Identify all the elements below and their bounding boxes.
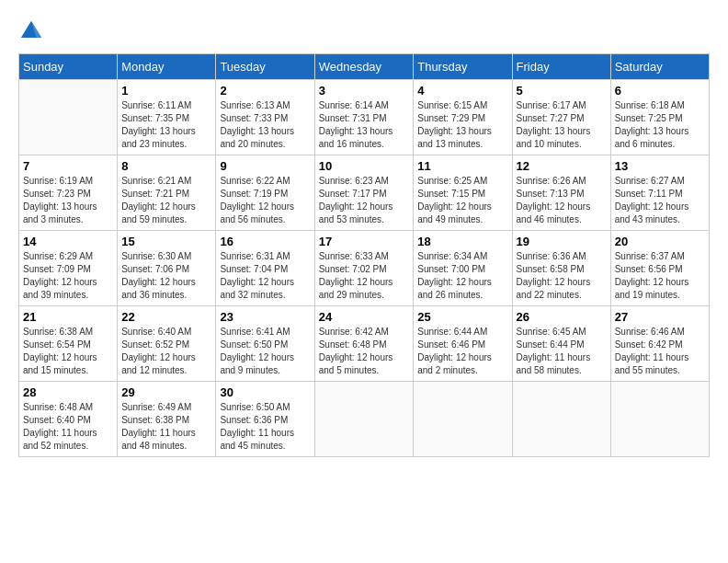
calendar-cell: 11Sunrise: 6:25 AM Sunset: 7:15 PM Dayli… (414, 155, 512, 231)
day-number: 7 (23, 159, 113, 173)
day-number: 10 (319, 159, 410, 173)
calendar-cell (414, 382, 512, 457)
cell-content: Sunrise: 6:15 AM Sunset: 7:29 PM Dayligh… (417, 99, 507, 151)
calendar-table: SundayMondayTuesdayWednesdayThursdayFrid… (18, 53, 710, 457)
cell-content: Sunrise: 6:45 AM Sunset: 6:44 PM Dayligh… (517, 326, 607, 377)
day-number: 12 (517, 159, 607, 173)
cell-content: Sunrise: 6:36 AM Sunset: 6:58 PM Dayligh… (517, 250, 607, 302)
calendar-cell: 15Sunrise: 6:30 AM Sunset: 7:06 PM Dayli… (118, 231, 216, 306)
cell-content: Sunrise: 6:50 AM Sunset: 6:36 PM Dayligh… (220, 401, 310, 453)
calendar-cell (610, 382, 709, 457)
cell-content: Sunrise: 6:31 AM Sunset: 7:04 PM Dayligh… (220, 250, 310, 302)
day-number: 11 (417, 159, 507, 173)
day-number: 6 (615, 84, 705, 98)
day-number: 8 (121, 159, 211, 173)
cell-content: Sunrise: 6:14 AM Sunset: 7:31 PM Dayligh… (319, 99, 410, 151)
day-number: 17 (319, 235, 410, 248)
calendar-cell (512, 382, 610, 457)
calendar-cell: 22Sunrise: 6:40 AM Sunset: 6:52 PM Dayli… (118, 306, 216, 382)
day-number: 15 (121, 235, 211, 248)
cell-content: Sunrise: 6:23 AM Sunset: 7:17 PM Dayligh… (319, 175, 410, 226)
calendar-cell (19, 80, 118, 155)
cell-content: Sunrise: 6:18 AM Sunset: 7:25 PM Dayligh… (615, 99, 705, 151)
cell-content: Sunrise: 6:21 AM Sunset: 7:21 PM Dayligh… (121, 175, 211, 226)
day-number: 21 (23, 310, 113, 324)
day-number: 23 (220, 310, 310, 324)
calendar-cell: 19Sunrise: 6:36 AM Sunset: 6:58 PM Dayli… (512, 231, 610, 306)
calendar-week-3: 14Sunrise: 6:29 AM Sunset: 7:09 PM Dayli… (19, 231, 710, 306)
cell-content: Sunrise: 6:30 AM Sunset: 7:06 PM Dayligh… (121, 250, 211, 302)
day-number: 5 (517, 84, 607, 98)
day-header-wednesday: Wednesday (314, 54, 414, 80)
calendar-cell: 30Sunrise: 6:50 AM Sunset: 6:36 PM Dayli… (216, 382, 314, 457)
cell-content: Sunrise: 6:11 AM Sunset: 7:35 PM Dayligh… (121, 99, 211, 151)
page-header (18, 18, 710, 44)
calendar-cell: 13Sunrise: 6:27 AM Sunset: 7:11 PM Dayli… (610, 155, 709, 231)
cell-content: Sunrise: 6:34 AM Sunset: 7:00 PM Dayligh… (417, 250, 507, 302)
cell-content: Sunrise: 6:46 AM Sunset: 6:42 PM Dayligh… (615, 326, 705, 377)
calendar-week-4: 21Sunrise: 6:38 AM Sunset: 6:54 PM Dayli… (19, 306, 710, 382)
day-header-saturday: Saturday (610, 54, 709, 80)
calendar-cell: 28Sunrise: 6:48 AM Sunset: 6:40 PM Dayli… (19, 382, 118, 457)
day-number: 20 (615, 235, 705, 248)
day-header-thursday: Thursday (414, 54, 512, 80)
cell-content: Sunrise: 6:37 AM Sunset: 6:56 PM Dayligh… (615, 250, 705, 302)
calendar-cell: 8Sunrise: 6:21 AM Sunset: 7:21 PM Daylig… (118, 155, 216, 231)
day-number: 29 (121, 385, 211, 399)
calendar-cell: 7Sunrise: 6:19 AM Sunset: 7:23 PM Daylig… (19, 155, 118, 231)
calendar-cell: 10Sunrise: 6:23 AM Sunset: 7:17 PM Dayli… (314, 155, 414, 231)
logo-icon (18, 18, 44, 44)
calendar-cell: 18Sunrise: 6:34 AM Sunset: 7:00 PM Dayli… (414, 231, 512, 306)
day-number: 27 (615, 310, 705, 324)
day-number: 22 (121, 310, 211, 324)
calendar-cell: 5Sunrise: 6:17 AM Sunset: 7:27 PM Daylig… (512, 80, 610, 155)
day-number: 2 (220, 84, 310, 98)
day-number: 4 (417, 84, 507, 98)
calendar-week-1: 1Sunrise: 6:11 AM Sunset: 7:35 PM Daylig… (19, 80, 710, 155)
cell-content: Sunrise: 6:19 AM Sunset: 7:23 PM Dayligh… (23, 175, 113, 226)
calendar-week-5: 28Sunrise: 6:48 AM Sunset: 6:40 PM Dayli… (19, 382, 710, 457)
day-number: 24 (319, 310, 410, 324)
calendar-cell: 23Sunrise: 6:41 AM Sunset: 6:50 PM Dayli… (216, 306, 314, 382)
day-number: 1 (121, 84, 211, 98)
cell-content: Sunrise: 6:29 AM Sunset: 7:09 PM Dayligh… (23, 250, 113, 302)
calendar-cell: 3Sunrise: 6:14 AM Sunset: 7:31 PM Daylig… (314, 80, 414, 155)
day-number: 26 (517, 310, 607, 324)
day-number: 19 (517, 235, 607, 248)
day-header-tuesday: Tuesday (216, 54, 314, 80)
cell-content: Sunrise: 6:48 AM Sunset: 6:40 PM Dayligh… (23, 401, 113, 453)
calendar-cell: 16Sunrise: 6:31 AM Sunset: 7:04 PM Dayli… (216, 231, 314, 306)
calendar-cell: 12Sunrise: 6:26 AM Sunset: 7:13 PM Dayli… (512, 155, 610, 231)
header-row: SundayMondayTuesdayWednesdayThursdayFrid… (19, 54, 710, 80)
calendar-cell: 6Sunrise: 6:18 AM Sunset: 7:25 PM Daylig… (610, 80, 709, 155)
calendar-cell: 26Sunrise: 6:45 AM Sunset: 6:44 PM Dayli… (512, 306, 610, 382)
day-number: 14 (23, 235, 113, 248)
calendar-cell: 14Sunrise: 6:29 AM Sunset: 7:09 PM Dayli… (19, 231, 118, 306)
cell-content: Sunrise: 6:44 AM Sunset: 6:46 PM Dayligh… (417, 326, 507, 377)
cell-content: Sunrise: 6:13 AM Sunset: 7:33 PM Dayligh… (220, 99, 310, 151)
day-number: 28 (23, 385, 113, 399)
calendar-cell: 25Sunrise: 6:44 AM Sunset: 6:46 PM Dayli… (414, 306, 512, 382)
cell-content: Sunrise: 6:40 AM Sunset: 6:52 PM Dayligh… (121, 326, 211, 377)
calendar-week-2: 7Sunrise: 6:19 AM Sunset: 7:23 PM Daylig… (19, 155, 710, 231)
day-header-friday: Friday (512, 54, 610, 80)
cell-content: Sunrise: 6:33 AM Sunset: 7:02 PM Dayligh… (319, 250, 410, 302)
day-number: 16 (220, 235, 310, 248)
day-number: 13 (615, 159, 705, 173)
calendar-cell (314, 382, 414, 457)
cell-content: Sunrise: 6:22 AM Sunset: 7:19 PM Dayligh… (220, 175, 310, 226)
calendar-cell: 21Sunrise: 6:38 AM Sunset: 6:54 PM Dayli… (19, 306, 118, 382)
day-header-sunday: Sunday (19, 54, 118, 80)
day-number: 25 (417, 310, 507, 324)
logo (18, 18, 48, 44)
cell-content: Sunrise: 6:27 AM Sunset: 7:11 PM Dayligh… (615, 175, 705, 226)
calendar-cell: 9Sunrise: 6:22 AM Sunset: 7:19 PM Daylig… (216, 155, 314, 231)
cell-content: Sunrise: 6:26 AM Sunset: 7:13 PM Dayligh… (517, 175, 607, 226)
calendar-cell: 20Sunrise: 6:37 AM Sunset: 6:56 PM Dayli… (610, 231, 709, 306)
calendar-cell: 1Sunrise: 6:11 AM Sunset: 7:35 PM Daylig… (118, 80, 216, 155)
calendar-cell: 17Sunrise: 6:33 AM Sunset: 7:02 PM Dayli… (314, 231, 414, 306)
calendar-cell: 4Sunrise: 6:15 AM Sunset: 7:29 PM Daylig… (414, 80, 512, 155)
calendar-cell: 27Sunrise: 6:46 AM Sunset: 6:42 PM Dayli… (610, 306, 709, 382)
calendar-cell: 29Sunrise: 6:49 AM Sunset: 6:38 PM Dayli… (118, 382, 216, 457)
cell-content: Sunrise: 6:17 AM Sunset: 7:27 PM Dayligh… (517, 99, 607, 151)
